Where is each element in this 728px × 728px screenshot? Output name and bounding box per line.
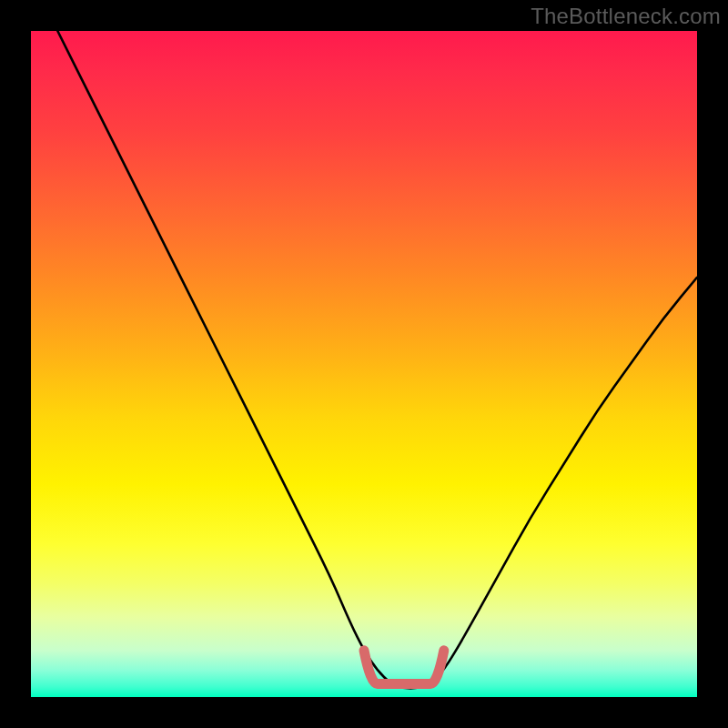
curve-overlay: [31, 31, 697, 697]
watermark-text: TheBottleneck.com: [531, 4, 721, 29]
chart-frame: TheBottleneck.com: [0, 0, 728, 728]
bottleneck-curve: [57, 31, 697, 689]
